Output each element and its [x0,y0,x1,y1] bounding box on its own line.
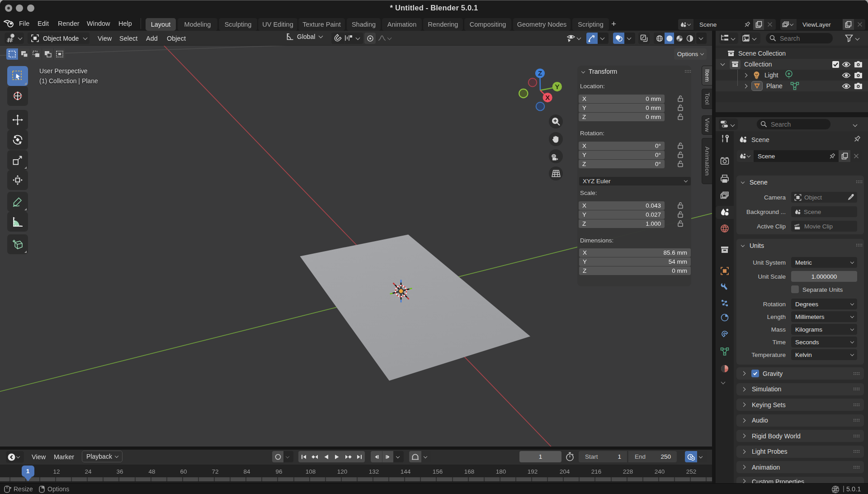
svg-text:X: X [545,94,550,101]
svg-text:Z: Z [538,69,542,77]
svg-text:Y: Y [555,83,559,90]
